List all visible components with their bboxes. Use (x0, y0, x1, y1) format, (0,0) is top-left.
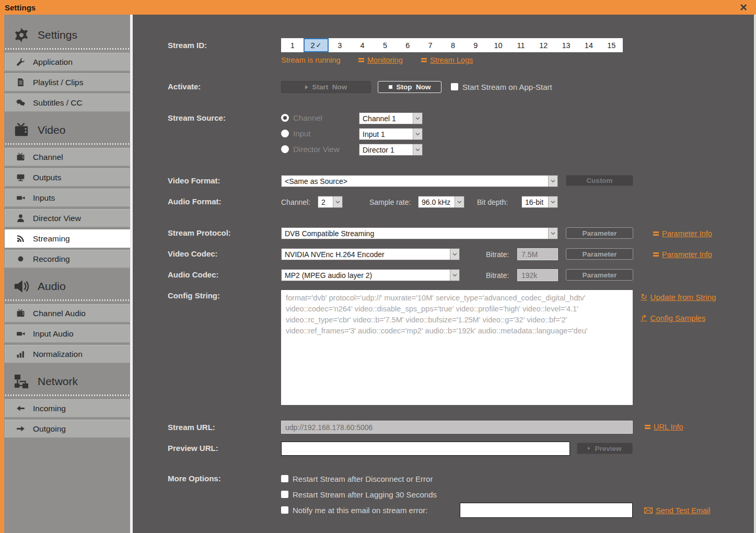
tv-icon (14, 122, 29, 138)
video-parameter-button[interactable]: Parameter (566, 248, 633, 260)
stream-id-tab-9[interactable]: 9 (464, 38, 487, 52)
link-label: Send Test Email (656, 506, 711, 515)
settings-streaming-panel: Stream ID: 1 2✓ 3 4 5 6 7 8 9 10 11 12 1… (133, 15, 754, 533)
restart-lagging-checkbox[interactable] (281, 491, 288, 498)
sidebar-item-application[interactable]: Application (5, 53, 130, 71)
sidebar-item-label: Normalization (33, 350, 83, 359)
director-select[interactable]: Director 1 (359, 144, 423, 156)
audio-parameter-button[interactable]: Parameter (566, 269, 633, 281)
monitor-icon (16, 173, 25, 182)
chevron-down-icon (548, 196, 557, 207)
button-label: Stop Now (397, 83, 431, 91)
bit-depth-select[interactable]: 16-bit (521, 196, 558, 208)
config-string-textarea[interactable]: format='dvb' protocol='udp://' muxrate='… (281, 290, 633, 405)
select-value: 2 (318, 196, 333, 207)
sample-rate-label: Sample rate: (369, 198, 411, 206)
source-input-radio[interactable] (281, 130, 289, 137)
protocol-parameter-button[interactable]: Parameter (566, 227, 633, 239)
sidebar-item-outputs[interactable]: Outputs (5, 168, 130, 187)
source-channel-radio[interactable] (281, 114, 289, 122)
sidebar-item-director-view[interactable]: Director View (5, 209, 130, 227)
tab-number: 11 (517, 41, 525, 50)
video-codec-select[interactable]: NVIDIA NVEnc H.264 Encoder (281, 248, 460, 260)
notify-email-input[interactable] (460, 503, 633, 518)
sidebar-item-label: Inputs (33, 193, 55, 203)
stream-id-tab-12[interactable]: 12 (532, 38, 555, 52)
stream-id-tab-4[interactable]: 4 (351, 38, 374, 52)
close-icon[interactable]: × (736, 0, 751, 15)
sidebar-item-inputs[interactable]: Inputs (5, 189, 130, 207)
stream-id-tab-14[interactable]: 14 (577, 38, 600, 52)
chevron-down-icon (450, 270, 459, 281)
channel-select[interactable]: Channel 1 (359, 112, 423, 124)
notify-email-checkbox[interactable] (281, 506, 288, 514)
app-start-checkbox[interactable] (451, 83, 458, 90)
protocol-parameter-info-link[interactable]: Parameter Info (653, 229, 712, 238)
link-label: Parameter Info (662, 229, 712, 238)
restart-disconnect-checkbox[interactable] (281, 475, 288, 482)
notify-email-checkbox-label: Notify me at this email on stream error: (293, 506, 427, 515)
start-now-button[interactable]: Start Now (281, 81, 371, 93)
stream-id-tab-5[interactable]: 5 (374, 38, 396, 52)
stream-id-tab-15[interactable]: 15 (600, 38, 623, 52)
select-value: Director 1 (359, 144, 413, 155)
list-icon (653, 252, 659, 257)
sidebar-item-channel[interactable]: Channel (5, 148, 130, 166)
stream-id-tab-3[interactable]: 3 (329, 38, 351, 52)
source-director-radio[interactable] (281, 145, 289, 153)
sidebar-item-recording[interactable]: Recording (5, 250, 130, 268)
speech-icon (16, 98, 25, 107)
sidebar-header-video: Video (4, 115, 130, 143)
stream-id-tab-6[interactable]: 6 (397, 38, 419, 52)
tv-icon (16, 309, 25, 318)
video-parameter-info-link[interactable]: Parameter Info (653, 250, 712, 259)
stream-id-tab-11[interactable]: 11 (509, 38, 532, 52)
sample-rate-select[interactable]: 96.0 kHz (418, 196, 464, 208)
activate-label: Activate: (168, 82, 201, 91)
sidebar-item-outgoing[interactable]: Outgoing (5, 420, 130, 438)
audio-codec-select[interactable]: MP2 (MPEG audio layer 2) (281, 269, 460, 281)
preview-url-input[interactable] (281, 442, 570, 456)
window-right-edge (754, 15, 756, 533)
video-format-select[interactable]: <Same as Source> (281, 175, 558, 187)
sidebar-item-incoming[interactable]: Incoming (5, 399, 130, 418)
link-label: Config Samples (650, 314, 706, 322)
config-samples-link[interactable]: ↱Config Samples (641, 313, 705, 322)
stream-id-tabstrip: 1 2✓ 3 4 5 6 7 8 9 10 11 12 13 14 15 (281, 38, 623, 52)
sidebar-item-playlist-clips[interactable]: Playlist / Clips (5, 73, 130, 91)
sidebar-item-normalization[interactable]: Normalization (5, 345, 130, 363)
link-label: Stream Logs (430, 56, 473, 64)
tab-number: 10 (494, 41, 503, 50)
send-test-email-link[interactable]: Send Test Email (644, 506, 711, 515)
url-info-link[interactable]: URL Info (645, 423, 683, 431)
monitoring-link[interactable]: Monitoring (358, 56, 403, 64)
stream-id-tab-1[interactable]: 1 (281, 38, 304, 52)
sidebar-item-streaming[interactable]: Streaming (5, 229, 130, 248)
stream-id-tab-10[interactable]: 10 (487, 38, 509, 52)
arrow-left-icon (16, 404, 25, 413)
stream-protocol-select[interactable]: DVB Compatible Streaming (281, 227, 558, 239)
sidebar-item-input-audio[interactable]: Input Audio (5, 325, 130, 343)
sidebar-item-subtitles-cc[interactable]: Subtitles / CC (5, 94, 130, 112)
list-icon (421, 58, 427, 62)
stop-now-button[interactable]: Stop Now (378, 81, 441, 93)
preview-button[interactable]: Preview (577, 443, 633, 454)
rss-icon (16, 234, 25, 243)
stream-id-tab-7[interactable]: 7 (419, 38, 441, 52)
update-from-string-link[interactable]: ↻Update from String (641, 292, 716, 302)
sidebar-section-settings: Settings Application Playlist / Clips Su… (4, 20, 130, 112)
custom-button[interactable]: Custom (566, 175, 633, 186)
sidebar-item-label: Recording (33, 254, 70, 264)
camera-icon (16, 193, 25, 202)
stream-id-tab-8[interactable]: 8 (441, 38, 464, 52)
stream-id-tab-2-selected[interactable]: 2✓ (304, 38, 328, 52)
sidebar-item-channel-audio[interactable]: Channel Audio (5, 304, 130, 322)
sidebar-section-audio: Audio Channel Audio Input Audio Normaliz… (4, 271, 130, 363)
input-select[interactable]: Input 1 (359, 128, 423, 140)
stream-url-field: udp://192.168.178.60:5006 (281, 421, 633, 434)
channel-count-select[interactable]: 2 (318, 196, 343, 208)
tab-number: 8 (451, 41, 455, 50)
stream-id-tab-13[interactable]: 13 (555, 38, 577, 52)
stream-logs-link[interactable]: Stream Logs (421, 56, 473, 64)
tab-number: 12 (539, 41, 548, 50)
